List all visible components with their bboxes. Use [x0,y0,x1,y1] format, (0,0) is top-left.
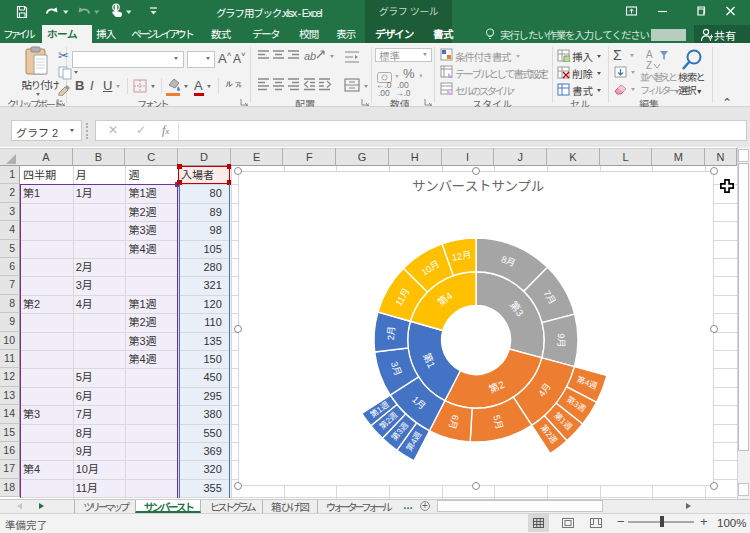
svg-text:9月: 9月 [556,333,566,347]
svg-text:2月: 2月 [386,326,397,341]
svg-text:ab: ab [304,50,316,62]
svg-text:Z: Z [646,60,652,70]
svg-text:A: A [646,49,653,60]
